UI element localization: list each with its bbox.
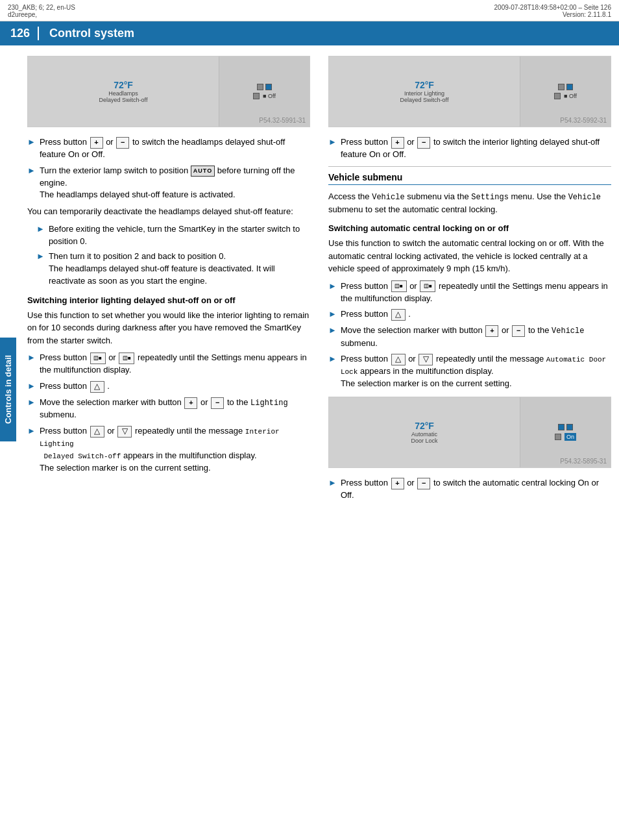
- cluster-on-3: On: [564, 433, 576, 441]
- btn-v-plus-final: +: [391, 478, 404, 489]
- v-bullet-2: ► Press button △ .: [328, 308, 611, 321]
- sub-bullet-2: ► Then turn it to position 2 and back to…: [36, 251, 310, 288]
- btn-down-2: ▽: [117, 426, 132, 438]
- cluster-right-headlamps: ■ Off: [219, 56, 310, 127]
- btn-v-settings-2: ◫■: [420, 280, 435, 292]
- cluster-right-doorlock: On: [520, 397, 611, 467]
- cluster-title-3: Automatic: [411, 431, 437, 438]
- cluster-title-1: Headlamps: [108, 90, 138, 97]
- btn-up-1: △: [90, 381, 104, 393]
- indicator-3: [253, 93, 260, 99]
- cluster-temp-2: 72°F: [415, 80, 434, 90]
- left-top-bullets: ► Press button + or − to switch the head…: [27, 136, 310, 201]
- indicator-r2: [566, 84, 573, 90]
- int-bullet-2: ► Press button △ .: [27, 380, 310, 393]
- btn-v-up-1: △: [391, 309, 406, 321]
- side-tab-label: Controls in detail: [0, 338, 16, 441]
- right-top-bullets: ► Press button + or − to switch the inte…: [328, 136, 611, 161]
- right-bottom-bullets: ► Press button + or − to switch the auto…: [328, 477, 611, 502]
- interior-intro: Use this function to set whether you wou…: [27, 309, 310, 347]
- cluster-left-doorlock: 72°F Automatic Door Lock: [329, 397, 520, 467]
- heading-interior: Switching interior lighting delayed shut…: [27, 295, 310, 305]
- vehicle-bullets: ► Press button ◫■ or ◫■ repeatedly until…: [328, 280, 611, 390]
- interior-lighting-display-image: 72°F Interior Lighting Delayed Switch-of…: [328, 56, 611, 127]
- cluster-status-1: Delayed Switch-off: [99, 97, 148, 103]
- btn-plus-1: +: [90, 137, 103, 149]
- int-bullet-1: ► Press button ◫■ or ◫■ repeatedly until…: [27, 352, 310, 377]
- door-lock-display-image: 72°F Automatic Door Lock On: [328, 397, 611, 468]
- title-bar: 126 Control system: [0, 21, 619, 45]
- indicator-r1: [558, 84, 564, 90]
- btn-plus-2: +: [184, 397, 197, 409]
- v-bullet-1: ► Press button ◫■ or ◫■ repeatedly until…: [328, 280, 611, 305]
- cluster-off-1: ■ Off: [263, 93, 276, 99]
- indicator-dl3: [555, 434, 561, 440]
- page-number: 126: [10, 27, 39, 40]
- btn-minus-1: −: [116, 137, 129, 149]
- bullet-item-2: ► Turn the exterior lamp switch to posit…: [27, 165, 310, 202]
- right-bullet-img: ► Press button + or − to switch the inte…: [328, 136, 611, 161]
- indicator-r3: [554, 93, 561, 99]
- headlamps-display-image: 72°F Headlamps Delayed Switch-off ■ Off: [27, 56, 310, 127]
- v-bullet-3: ► Move the selection marker with button …: [328, 325, 611, 349]
- int-bullet-4: ► Press button △ or ▽ repeatedly until t…: [27, 425, 310, 475]
- sub-bullets: ► Before exiting the vehicle, turn the S…: [36, 223, 310, 288]
- btn-plus-img: +: [391, 137, 404, 149]
- vehicle-intro: Access the Vehicle submenu via the Setti…: [328, 190, 611, 216]
- header-left: 230_AKB; 6; 22, en-US d2ureepe,: [8, 4, 75, 18]
- indicator-2: [265, 84, 272, 90]
- cluster-title-3b: Door Lock: [411, 438, 437, 444]
- cluster-status-2: Delayed Switch-off: [400, 97, 449, 103]
- image-ref-2: P54.32-5992-31: [560, 117, 607, 124]
- btn-v-settings-1: ◫■: [391, 280, 407, 292]
- deactivate-intro: You can temporarily deactivate the headl…: [27, 205, 310, 218]
- sub-bullet-1: ► Before exiting the vehicle, turn the S…: [36, 223, 310, 248]
- btn-v-down-2: ▽: [419, 354, 433, 365]
- indicator-dl2: [566, 424, 573, 430]
- btn-settings-2: ◫■: [119, 352, 134, 364]
- int-bullet-3: ► Move the selection marker with button …: [27, 397, 310, 421]
- cluster-right-interior: ■ Off: [520, 56, 611, 127]
- page-title: Control system: [49, 27, 134, 40]
- btn-up-2: △: [90, 426, 104, 438]
- image-ref-3: P54.32-5895-31: [560, 458, 607, 465]
- cluster-left-headlamps: 72°F Headlamps Delayed Switch-off: [28, 56, 219, 127]
- btn-v-minus: −: [512, 325, 525, 337]
- btn-v-plus: +: [485, 325, 498, 337]
- section-divider: [328, 166, 611, 167]
- cluster-temp-1: 72°F: [114, 80, 133, 90]
- page-footer: [0, 516, 619, 536]
- btn-minus-img: −: [417, 137, 430, 149]
- auto-badge: AUTO: [191, 166, 215, 177]
- locking-intro: Use this function to switch the automati…: [328, 237, 611, 275]
- heading-locking: Switching automatic central locking on o…: [328, 223, 611, 233]
- interior-bullets: ► Press button ◫■ or ◫■ repeatedly until…: [27, 352, 310, 474]
- indicator-1: [257, 84, 263, 90]
- v-bullet-4: ► Press button △ or ▽ repeatedly until t…: [328, 353, 611, 390]
- btn-minus-2: −: [211, 397, 224, 409]
- header-right: 2009-07-28T18:49:58+02:00 – Seite 126 Ve…: [494, 4, 611, 18]
- cluster-title-2: Interior Lighting: [404, 90, 444, 97]
- btn-v-up-2: △: [391, 354, 406, 365]
- cluster-temp-3: 72°F: [415, 421, 434, 431]
- v-bullet-img: ► Press button + or − to switch the auto…: [328, 477, 611, 502]
- indicator-dl1: [558, 424, 564, 430]
- cluster-off-2: ■ Off: [564, 93, 577, 99]
- main-content: 72°F Headlamps Delayed Switch-off ■ Off: [0, 45, 619, 516]
- btn-settings-1: ◫■: [90, 352, 106, 364]
- bullet-item-1: ► Press button + or − to switch the head…: [27, 136, 310, 161]
- page-header: 230_AKB; 6; 22, en-US d2ureepe, 2009-07-…: [0, 0, 619, 21]
- image-ref-1: P54.32-5991-31: [259, 117, 306, 124]
- left-column: 72°F Headlamps Delayed Switch-off ■ Off: [18, 56, 310, 506]
- heading-vehicle: Vehicle submenu: [328, 172, 611, 185]
- cluster-left-interior: 72°F Interior Lighting Delayed Switch-of…: [329, 56, 520, 127]
- btn-v-minus-final: −: [417, 478, 430, 489]
- right-column: 72°F Interior Lighting Delayed Switch-of…: [323, 56, 611, 506]
